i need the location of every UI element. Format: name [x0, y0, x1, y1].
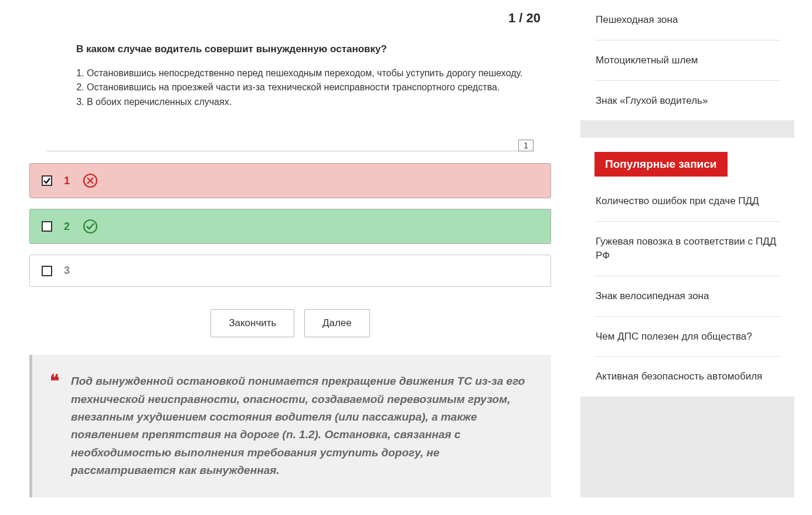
sidebar: Пешеходная зона Мотоциклетный шлем Знак …	[580, 0, 794, 497]
explanation-box: ❝ Под вынужденной остановкой понимается …	[29, 355, 551, 497]
widget-title: Популярные записи	[594, 152, 728, 177]
checkbox[interactable]	[42, 175, 52, 186]
question-card: В каком случае водитель совершит вынужде…	[12, 32, 569, 121]
sidebar-item[interactable]: Активная безопасность автомобиля	[594, 356, 780, 397]
question-footer-line: 1	[47, 139, 534, 151]
quote-icon: ❝	[50, 372, 59, 479]
page-badge: 1	[518, 140, 534, 151]
answer-number: 1	[64, 175, 71, 187]
sidebar-item[interactable]: Количество ошибок при сдаче ПДД	[594, 181, 780, 221]
answer-number: 2	[64, 221, 71, 233]
checkbox[interactable]	[42, 266, 52, 276]
answer-number: 3	[64, 265, 70, 277]
sidebar-item[interactable]: Знак «Глухой водитель»	[594, 80, 780, 121]
answer-option-2[interactable]: 2	[29, 209, 551, 244]
sidebar-popular-block: Популярные записи Количество ошибок при …	[580, 138, 794, 397]
answer-option-3[interactable]: 3	[29, 255, 551, 287]
answers-block: 1 2 3	[12, 157, 569, 303]
cross-circle-icon	[83, 173, 98, 188]
progress-counter: 1 / 20	[12, 0, 569, 32]
sidebar-item[interactable]: Гужевая повозка в соответствии с ПДД РФ	[594, 221, 780, 276]
next-button[interactable]: Далее	[304, 309, 370, 337]
sidebar-item[interactable]: Знак велосипедная зона	[594, 276, 780, 316]
question-option-2: Остановившись на проезжей части из-за те…	[87, 81, 534, 94]
check-icon	[43, 177, 51, 185]
question-options-list: Остановившись непосредственно перед пеше…	[76, 67, 534, 109]
checkbox[interactable]	[42, 221, 52, 232]
finish-button[interactable]: Закончить	[210, 309, 294, 337]
question-option-1: Остановившись непосредственно перед пеше…	[87, 67, 534, 80]
widget-header: Популярные записи	[580, 138, 794, 181]
sidebar-item[interactable]: Мотоциклетный шлем	[594, 40, 780, 80]
main-content: 1 / 20 В каком случае водитель совершит …	[0, 0, 580, 497]
sidebar-item[interactable]: Чем ДПС полезен для общества?	[594, 316, 780, 357]
sidebar-top-list: Пешеходная зона Мотоциклетный шлем Знак …	[580, 0, 794, 120]
question-title: В каком случае водитель совершит вынужде…	[76, 43, 534, 55]
explanation-text: Под вынужденной остановкой понимается пр…	[71, 372, 528, 479]
sidebar-item[interactable]: Пешеходная зона	[594, 0, 780, 40]
sidebar-popular-list: Количество ошибок при сдаче ПДД Гужевая …	[580, 181, 794, 397]
check-circle-icon	[83, 219, 98, 234]
question-option-3: В обоих перечисленных случаях.	[87, 96, 534, 109]
action-buttons: Закончить Далее	[12, 303, 569, 355]
answer-option-1[interactable]: 1	[29, 163, 551, 198]
